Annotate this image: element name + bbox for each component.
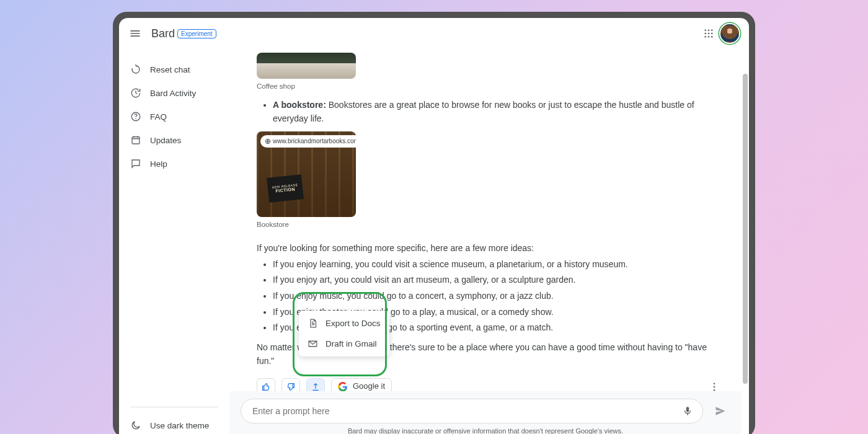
history-icon — [130, 87, 141, 99]
send-icon — [714, 405, 727, 417]
svg-rect-11 — [132, 137, 140, 144]
sidebar-item-label: FAQ — [150, 112, 167, 122]
image-bookstore[interactable]: www.brickandmortarbooks.com NEW RELEASEF… — [257, 131, 356, 217]
thumbs-up-icon — [261, 382, 271, 392]
svg-point-3 — [704, 33, 706, 35]
microphone-icon — [682, 405, 693, 417]
image-caption: Coffee shop — [257, 81, 723, 92]
svg-point-8 — [711, 36, 713, 38]
dark-theme-label: Use dark theme — [150, 421, 209, 430]
svg-point-2 — [711, 29, 713, 31]
microphone-button[interactable] — [679, 402, 696, 420]
sidebar-item-activity[interactable]: Bard Activity — [119, 81, 229, 105]
sidebar-item-updates[interactable]: Updates — [119, 128, 229, 152]
svg-point-14 — [714, 386, 715, 388]
prompt-input-container — [241, 399, 703, 423]
list-item: If you enjoy music, you could go to a co… — [273, 290, 723, 303]
export-menu-label: Export to Docs — [326, 319, 381, 328]
google-apps-icon[interactable] — [698, 23, 719, 44]
sidebar-item-label: Updates — [150, 136, 181, 145]
paragraph: If you're looking for something more spe… — [257, 242, 723, 255]
sidebar-item-reset-chat[interactable]: Reset chat — [119, 58, 229, 81]
export-menu-label: Draft in Gmail — [326, 339, 377, 348]
reset-icon — [130, 64, 141, 75]
send-button[interactable] — [711, 401, 730, 421]
svg-point-13 — [714, 383, 715, 384]
list-item: If you enjoy learning, you could visit a… — [273, 258, 723, 272]
sidebar: Reset chat Bard Activity FAQ Updates Hel… — [119, 49, 229, 434]
response-actions: Google it — [257, 378, 723, 392]
sidebar-item-label: Help — [150, 159, 167, 169]
composer-area: Bard may display inaccurate or offensive… — [229, 391, 742, 434]
menu-icon[interactable] — [128, 26, 143, 41]
bookstore-text: Bookstores are a great place to browse f… — [273, 100, 694, 123]
sidebar-item-faq[interactable]: FAQ — [119, 105, 229, 128]
prompt-input[interactable] — [252, 406, 679, 416]
svg-point-7 — [708, 36, 710, 38]
sidebar-item-help[interactable]: Help — [119, 152, 229, 175]
export-popover: Export to Docs Draft in Gmail — [299, 311, 389, 356]
disclaimer-text: Bard may display inaccurate or offensive… — [241, 427, 730, 434]
image-source-url: www.brickandmortarbooks.com — [273, 136, 356, 146]
image-caption: Bookstore — [257, 219, 723, 231]
bookstore-label: A bookstore: — [273, 100, 326, 110]
dark-theme-toggle[interactable]: Use dark theme — [119, 412, 229, 434]
globe-icon — [265, 138, 271, 144]
chat-content: Coffee shop A bookstore: Bookstores are … — [229, 49, 749, 434]
more-vertical-icon — [709, 381, 720, 392]
google-it-button[interactable]: Google it — [331, 378, 392, 392]
thumbs-down-button[interactable] — [281, 378, 300, 392]
calendar-icon — [130, 135, 141, 146]
svg-point-10 — [135, 118, 136, 120]
docs-icon — [308, 318, 318, 329]
sidebar-item-label: Reset chat — [150, 65, 190, 74]
top-bar: Bard Experiment — [119, 18, 749, 49]
svg-point-0 — [704, 29, 706, 31]
svg-point-6 — [704, 36, 706, 38]
share-export-button[interactable] — [306, 378, 325, 392]
upload-icon — [311, 382, 321, 392]
brand-name: Bard — [151, 27, 175, 40]
svg-point-1 — [708, 29, 710, 31]
svg-point-15 — [714, 389, 715, 391]
sidebar-item-label: Bard Activity — [150, 89, 196, 98]
image-coffee-shop[interactable] — [257, 53, 356, 79]
account-avatar[interactable] — [719, 23, 740, 44]
export-to-docs-item[interactable]: Export to Docs — [299, 313, 389, 334]
image-source-chip[interactable]: www.brickandmortarbooks.com — [260, 135, 356, 148]
scrollbar-thumb[interactable] — [743, 74, 748, 384]
list-item: If you enjoy art, you could visit an art… — [273, 273, 723, 287]
svg-point-4 — [708, 33, 710, 35]
thumbs-down-icon — [286, 382, 296, 392]
svg-point-5 — [711, 33, 713, 35]
feedback-icon — [130, 158, 141, 169]
thumbs-up-button[interactable] — [257, 378, 275, 392]
draft-in-gmail-item[interactable]: Draft in Gmail — [299, 334, 389, 354]
experiment-badge: Experiment — [177, 29, 216, 38]
moon-icon — [130, 420, 141, 431]
gmail-icon — [308, 339, 318, 349]
google-logo-icon — [338, 382, 348, 392]
help-circle-icon — [130, 111, 141, 122]
more-options-button[interactable] — [706, 378, 723, 392]
google-it-label: Google it — [353, 380, 385, 391]
list-item: A bookstore: Bookstores are a great plac… — [273, 99, 723, 125]
bookstore-signage: NEW RELEASEFICTION — [267, 174, 304, 203]
